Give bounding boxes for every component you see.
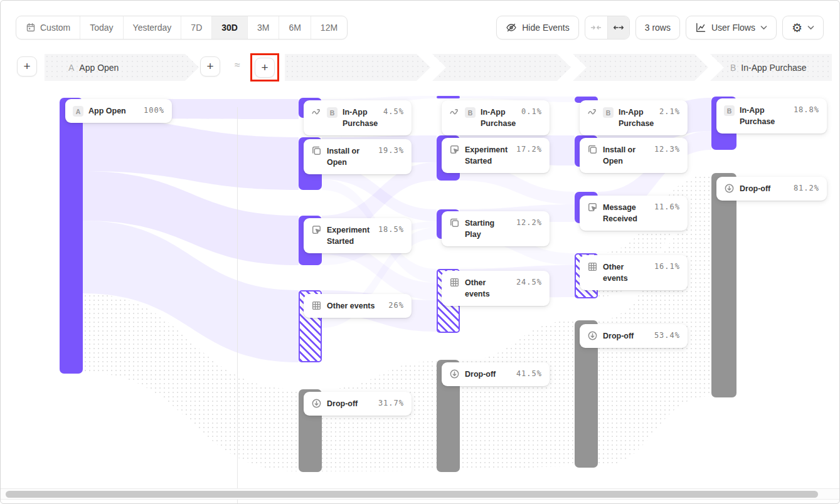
chevron-down-icon (807, 25, 814, 30)
trend-icon (311, 107, 322, 117)
flow-node-card[interactable]: Other events16.1% (580, 255, 688, 290)
flow-node-percent: 17.2% (516, 145, 542, 154)
flow-node-card[interactable]: BIn-App Purchase4.5% (304, 100, 412, 135)
step-band-3[interactable] (432, 54, 571, 81)
view-type-dropdown[interactable]: User Flows (686, 16, 777, 39)
annotation-highlight: + (250, 53, 279, 81)
date-range-today[interactable]: Today (80, 16, 122, 39)
date-range-custom[interactable]: Custom (16, 16, 80, 39)
flow-node-label: In-App Purchase (343, 107, 378, 129)
flow-node-card[interactable]: Experiment Started18.5% (304, 218, 412, 253)
flow-node-card[interactable]: Experiment Started17.2% (442, 138, 550, 173)
flow-node-card[interactable]: Starting Play12.2% (442, 211, 550, 246)
flow-node-label: Experiment Started (327, 224, 373, 247)
flow-node-card[interactable]: Drop-off53.4% (580, 324, 688, 348)
flow-ribbon (83, 171, 299, 265)
flow-node-label: Other events (465, 277, 511, 300)
date-range-7d[interactable]: 7D (181, 16, 211, 39)
step-band-4[interactable] (573, 54, 708, 81)
flow-node-label: Drop-off (465, 369, 511, 380)
date-range-selector: CustomTodayYesterday7D30D3M6M12M (16, 16, 348, 39)
date-range-30d[interactable]: 30D (211, 16, 247, 39)
click-icon (311, 224, 322, 235)
date-range-yesterday[interactable]: Yesterday (123, 16, 181, 39)
flow-node-card[interactable]: Install or Open19.3% (304, 139, 412, 174)
flow-node-card[interactable]: Other events24.5% (442, 271, 550, 306)
flow-node-label: Other events (603, 261, 649, 284)
rows-count-label: 3 rows (645, 23, 671, 33)
step-band-a[interactable]: A App Open (45, 54, 199, 81)
date-range-3m[interactable]: 3M (247, 16, 279, 39)
hide-events-label: Hide Events (522, 23, 569, 33)
flow-node-bar[interactable] (437, 96, 460, 98)
add-step-button-highlighted[interactable]: + (255, 58, 275, 78)
flow-node-card[interactable]: Drop-off31.7% (304, 392, 412, 416)
grid-icon (587, 261, 598, 272)
flow-node-card[interactable]: BIn-App Purchase0.1% (442, 100, 550, 135)
date-range-label: 12M (321, 23, 338, 33)
flow-node-label: App Open (88, 105, 139, 117)
date-range-6m[interactable]: 6M (279, 16, 310, 39)
flow-node-percent: 53.4% (654, 331, 680, 340)
flow-node-label: Install or Open (603, 144, 649, 167)
flow-node-card[interactable]: BIn-App Purchase18.8% (716, 98, 827, 134)
horizontal-scrollbar-thumb[interactable] (6, 491, 818, 498)
collapse-columns-button[interactable] (585, 16, 607, 39)
step-band-b[interactable]: B In-App Purchase (710, 54, 832, 81)
flow-node-percent: 16.1% (654, 262, 680, 271)
eye-off-icon (506, 22, 517, 33)
flow-node-percent: 18.5% (378, 225, 404, 234)
flow-node-card[interactable]: Message Received11.6% (580, 196, 688, 231)
hide-events-button[interactable]: Hide Events (496, 16, 578, 39)
approx-symbol: ≈ (231, 60, 243, 71)
step-a-letter: A (68, 63, 74, 73)
rows-count-button[interactable]: 3 rows (635, 16, 680, 39)
flow-ribbon (83, 293, 299, 471)
dropoff-icon (449, 369, 460, 379)
add-step-button-after-a[interactable]: + (200, 56, 220, 76)
chevron-down-icon (760, 25, 767, 30)
flow-node-label: Drop-off (327, 398, 373, 409)
toolbar-right-group: Hide Events 3 rows (496, 16, 824, 39)
arrows-outward-icon (613, 24, 624, 31)
flow-node-percent: 0.1% (521, 107, 542, 116)
step-band-2[interactable] (285, 54, 430, 81)
dropoff-icon (587, 330, 598, 341)
date-range-label: 30D (221, 23, 238, 33)
flow-node-card[interactable]: AApp Open100% (65, 99, 172, 123)
flow-node-percent: 31.7% (378, 399, 404, 407)
flow-node-label: In-App Purchase (481, 107, 516, 129)
flow-node-label: In-App Purchase (619, 107, 654, 129)
flow-node-label: Other events (327, 300, 383, 312)
calendar-icon (26, 23, 36, 33)
date-range-label: 6M (289, 23, 300, 33)
flow-node-label: Message Received (603, 202, 649, 224)
date-range-12m[interactable]: 12M (311, 16, 347, 39)
flow-node-card[interactable]: Drop-off41.5% (442, 362, 550, 386)
expand-columns-button[interactable] (607, 16, 629, 39)
flow-node-percent: 41.5% (516, 369, 542, 378)
flow-node-card[interactable]: BIn-App Purchase2.1% (580, 100, 688, 135)
flow-node-card[interactable]: Drop-off81.2% (716, 177, 827, 201)
dropoff-icon (724, 183, 735, 194)
step-b-label: In-App Purchase (741, 63, 806, 73)
flow-node-label: In-App Purchase (740, 105, 789, 127)
step-b-letter: B (730, 63, 736, 73)
flow-node-card[interactable]: Install or Open12.3% (580, 138, 688, 173)
pane-divider (237, 107, 238, 504)
add-step-button-left[interactable]: + (17, 56, 37, 76)
flow-ribbon (83, 221, 299, 362)
step-letter-badge: B (724, 105, 735, 116)
flow-node-bar[interactable] (60, 98, 83, 374)
flow-node-bar[interactable] (711, 173, 736, 397)
copy-icon (449, 218, 460, 228)
copy-icon (311, 145, 322, 156)
date-range-label: Today (90, 23, 113, 33)
flow-node-percent: 81.2% (794, 184, 819, 192)
flow-node-card[interactable]: Other events26% (304, 294, 412, 318)
flow-node-label: Drop-off (740, 183, 789, 194)
flow-node-label: Drop-off (603, 330, 649, 342)
settings-dropdown[interactable]: ⚙ (782, 16, 824, 39)
flow-ribbon (83, 118, 299, 190)
collapse-expand-toggle (585, 16, 630, 39)
